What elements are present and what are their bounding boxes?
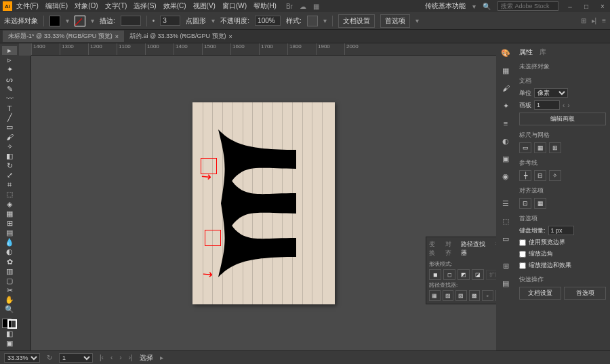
tab-close-icon[interactable]: × xyxy=(115,33,119,40)
tab-properties[interactable]: 属性 xyxy=(519,47,533,57)
eyedropper-tool[interactable]: 💧 xyxy=(2,238,17,247)
perspective-tool[interactable]: ▦ xyxy=(2,209,17,218)
asset-export-panel-icon[interactable]: ⬚ xyxy=(499,214,512,228)
eraser-tool[interactable]: ◧ xyxy=(2,152,17,161)
first-artboard-icon[interactable]: |‹ xyxy=(100,354,104,361)
tab-libraries[interactable]: 库 xyxy=(540,47,546,57)
corner-radius-input[interactable] xyxy=(160,16,180,26)
symbol-sprayer-tool[interactable]: ✿ xyxy=(2,257,17,266)
artboard-nav-select[interactable]: 1 xyxy=(59,353,93,363)
zoom-select[interactable]: 33.33% xyxy=(4,353,40,363)
rectangle-tool[interactable]: ▭ xyxy=(2,123,17,132)
gradient-tool[interactable]: ▤ xyxy=(2,228,17,237)
layers-panel-icon[interactable]: ☰ xyxy=(499,197,512,210)
corner-type[interactable]: 点圆形 xyxy=(186,16,206,26)
rotate-tool[interactable]: ↻ xyxy=(2,161,17,170)
curvature-tool[interactable]: 〰 xyxy=(2,94,17,103)
artboard-input[interactable] xyxy=(534,100,560,110)
draw-mode-icon[interactable]: ◧ xyxy=(2,329,17,338)
transparency-panel-icon[interactable]: ▣ xyxy=(499,152,512,165)
crop-button[interactable]: ▩ xyxy=(469,290,481,301)
rotate-view-icon[interactable]: ↻ xyxy=(47,354,52,361)
expand-button[interactable]: 扩展 xyxy=(486,270,496,280)
zoom-tool[interactable]: 🔍 xyxy=(2,305,17,314)
pen-tool[interactable]: ✎ xyxy=(2,85,17,94)
divide-button[interactable]: ▦ xyxy=(429,290,441,301)
ruler-toggle-icon[interactable]: ▭ xyxy=(519,142,531,153)
panel-toggle-icon[interactable]: ▸| xyxy=(592,17,597,24)
lasso-tool[interactable]: ᔕ xyxy=(2,75,17,83)
hand-tool[interactable]: ✋ xyxy=(2,296,17,304)
guides-lock-icon[interactable]: ⊟ xyxy=(534,170,546,181)
outline-button[interactable]: ▫ xyxy=(482,290,493,301)
document-tab[interactable]: 新的.ai @ 33.33% (RGB/GPU 预览) × xyxy=(124,31,238,42)
menu-effect[interactable]: 效果(C) xyxy=(163,1,186,11)
snap-pixel-icon[interactable]: ▦ xyxy=(534,198,546,209)
gradient-panel-icon[interactable]: ◐ xyxy=(499,134,512,148)
canvas-area[interactable]: 1400130012001100100014001500160017001800… xyxy=(19,43,496,350)
scale-strokes-checkbox[interactable]: 缩放描边和效果 xyxy=(519,261,606,270)
brushes-panel-icon[interactable]: 🖌 xyxy=(499,81,512,95)
menu-window[interactable]: 窗口(W) xyxy=(222,1,247,11)
stroke-color[interactable] xyxy=(7,319,17,329)
width-tool[interactable]: ⌗ xyxy=(2,180,17,189)
menu-type[interactable]: 文字(T) xyxy=(105,1,127,11)
free-transform-tool[interactable]: ⬚ xyxy=(2,190,17,199)
stroke-panel-icon[interactable]: ≡ xyxy=(499,117,512,130)
artboard-tool[interactable]: ▢ xyxy=(2,277,17,285)
shaper-tool[interactable]: ✧ xyxy=(2,142,17,151)
close-icon[interactable]: × xyxy=(598,2,607,10)
document-setup-button[interactable]: 文档设置 xyxy=(338,14,375,28)
menu-select[interactable]: 选择(S) xyxy=(134,1,156,11)
slice-tool[interactable]: ✂ xyxy=(2,286,17,295)
menu-file[interactable]: 文件(F) xyxy=(16,1,39,11)
workspace-switcher[interactable]: 传统基本功能 xyxy=(425,1,466,11)
document-tab[interactable]: 未标题-1* @ 33.33% (RGB/GPU 预览) × xyxy=(3,31,124,42)
stock-icon[interactable]: ☁ xyxy=(300,3,306,10)
minimize-icon[interactable]: – xyxy=(565,2,575,10)
key-increment-input[interactable] xyxy=(548,226,574,235)
tab-transform[interactable]: 变换 xyxy=(429,240,441,258)
stock-search-input[interactable] xyxy=(497,1,558,11)
column-graph-tool[interactable]: ▥ xyxy=(2,267,17,276)
tab-close-icon[interactable]: × xyxy=(229,33,232,40)
tab-align[interactable]: 对齐 xyxy=(445,240,458,258)
prefs-quick-button[interactable]: 首选项 xyxy=(564,287,606,300)
selection-tool[interactable]: ▸ xyxy=(2,46,17,55)
opacity-input[interactable] xyxy=(255,16,281,26)
mesh-tool[interactable]: ⊞ xyxy=(2,219,17,228)
units-select[interactable]: 像素 xyxy=(534,88,568,98)
pathfinder-panel[interactable]: 变换 对齐 路径查找器 » ≡ 形状模式: ◼ ◻ ◩ ◪ 扩展 路径查找器: … xyxy=(426,237,496,304)
direct-selection-tool[interactable]: ▹ xyxy=(2,56,17,64)
minus-back-button[interactable]: ◫ xyxy=(495,290,497,301)
merge-button[interactable]: ▧ xyxy=(455,290,467,301)
intersect-button[interactable]: ◩ xyxy=(458,269,470,280)
snap-grid-icon[interactable]: ⊞ xyxy=(549,142,561,153)
trim-button[interactable]: ▨ xyxy=(443,290,454,301)
stroke-width-input[interactable] xyxy=(121,16,141,26)
bridge-icon[interactable]: Br xyxy=(286,3,293,10)
arrange-icon[interactable]: ▦ xyxy=(313,3,319,10)
fill-swatch[interactable] xyxy=(49,16,60,26)
smart-guides-icon[interactable]: ✧ xyxy=(549,170,561,181)
screen-mode-icon[interactable]: ▣ xyxy=(2,339,17,348)
preferences-button[interactable]: 首选项 xyxy=(380,14,410,28)
prev-artboard-icon[interactable]: ‹ xyxy=(563,102,565,109)
preview-bounds-checkbox[interactable]: 使用预览边界 xyxy=(519,238,606,247)
snap-point-icon[interactable]: ⊡ xyxy=(519,198,531,209)
libraries-panel-icon[interactable]: ▤ xyxy=(499,277,512,290)
menu-edit[interactable]: 编辑(E) xyxy=(45,1,68,11)
guides-visibility-icon[interactable]: ┿ xyxy=(519,170,531,181)
scale-tool[interactable]: ⤢ xyxy=(2,171,17,180)
minus-front-button[interactable]: ◻ xyxy=(443,269,455,280)
exclude-button[interactable]: ◪ xyxy=(472,269,484,280)
type-tool[interactable]: T xyxy=(2,104,17,113)
style-swatch[interactable] xyxy=(307,16,318,26)
symbols-panel-icon[interactable]: ✦ xyxy=(499,99,512,113)
paintbrush-tool[interactable]: 🖌 xyxy=(2,132,17,141)
blend-tool[interactable]: ◐ xyxy=(2,247,17,256)
unite-button[interactable]: ◼ xyxy=(429,269,441,280)
edit-artboard-button[interactable]: 编辑画板 xyxy=(519,113,606,125)
appearance-panel-icon[interactable]: ◉ xyxy=(499,169,512,183)
line-tool[interactable]: ╱ xyxy=(2,113,17,122)
